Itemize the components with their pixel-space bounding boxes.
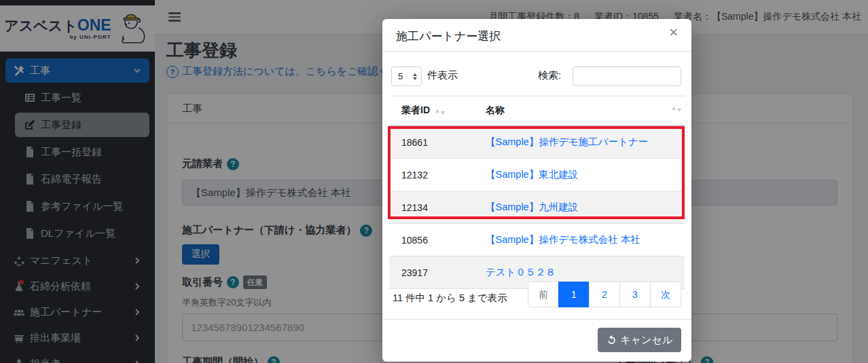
page-length-select[interactable]: 5 [391, 66, 422, 86]
business-id-cell: 10856 [389, 224, 474, 256]
partner-table: 業者ID 名称 18661 【Sample】操作デモ施工パートナー 12132 … [389, 96, 685, 289]
table-info: 11 件中 1 から 5 まで表示 [393, 292, 507, 305]
undo-icon [607, 335, 617, 345]
close-icon[interactable]: × [665, 24, 682, 41]
business-id-cell: 18661 [389, 126, 474, 159]
table-row: 12132 【Sample】東北建設 [389, 159, 685, 191]
table-row: 10856 【Sample】操作デモ株式会社 本社 [389, 224, 685, 256]
sort-icon [435, 109, 445, 115]
search-label: 検索: [538, 69, 561, 82]
partner-link[interactable]: 【Sample】九州建設 [486, 202, 578, 212]
pagination-page-2[interactable]: 2 [589, 282, 620, 307]
partner-link[interactable]: 【Sample】操作デモ施工パートナー [486, 136, 648, 147]
partner-link[interactable]: テスト０５２８ [486, 267, 556, 278]
app-window: アスベストONE by UNI-PORT 工事 [0, 0, 868, 363]
divider [382, 319, 691, 320]
table-row: 18661 【Sample】操作デモ施工パートナー [389, 126, 685, 159]
pagination-page-3[interactable]: 3 [619, 282, 651, 307]
column-header-name[interactable]: 名称 [474, 96, 685, 126]
partner-link[interactable]: 【Sample】東北建設 [486, 169, 578, 180]
business-id-cell: 23917 [389, 256, 474, 289]
modal-title: 施工パートナー選択 [396, 28, 501, 44]
pagination: 前 1 2 3 次 [528, 282, 681, 307]
divider [382, 51, 691, 52]
partner-link[interactable]: 【Sample】操作デモ株式会社 本社 [486, 234, 640, 245]
table-row: 12134 【Sample】九州建設 [389, 191, 685, 224]
column-header-id[interactable]: 業者ID [389, 96, 474, 126]
cancel-button[interactable]: キャンセル [598, 328, 681, 352]
pagination-next[interactable]: 次 [650, 282, 681, 307]
pagination-prev[interactable]: 前 [528, 282, 559, 307]
sort-icon [672, 107, 681, 112]
page-length-suffix: 件表示 [427, 69, 458, 82]
search-input[interactable] [573, 66, 681, 86]
pagination-page-1[interactable]: 1 [558, 282, 590, 307]
business-id-cell: 12134 [389, 191, 474, 224]
partner-select-modal: 施工パートナー選択 × 5 件表示 検索: 業者ID 名称 18661 【Sam… [382, 19, 691, 362]
spinner-arrows-icon [413, 73, 417, 80]
business-id-cell: 12132 [389, 159, 474, 191]
